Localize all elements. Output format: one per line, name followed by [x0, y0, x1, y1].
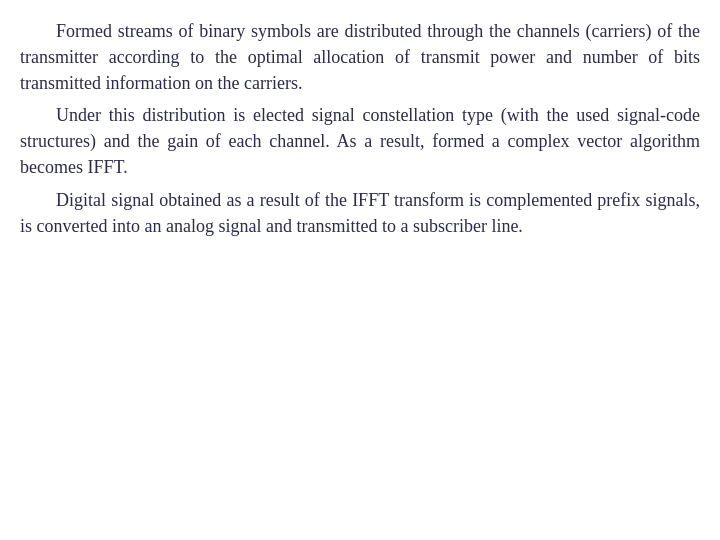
- paragraph-2-text: Under this distribution is elected signa…: [20, 105, 700, 177]
- content-area: Formed streams of binary symbols are dis…: [20, 18, 700, 239]
- paragraph-1-text: Formed streams of binary symbols are dis…: [20, 21, 700, 93]
- paragraph-2: Under this distribution is elected signa…: [20, 102, 700, 180]
- paragraph-1: Formed streams of binary symbols are dis…: [20, 18, 700, 96]
- paragraph-3-text: Digital signal obtained as a result of t…: [20, 190, 700, 236]
- paragraph-3: Digital signal obtained as a result of t…: [20, 187, 700, 239]
